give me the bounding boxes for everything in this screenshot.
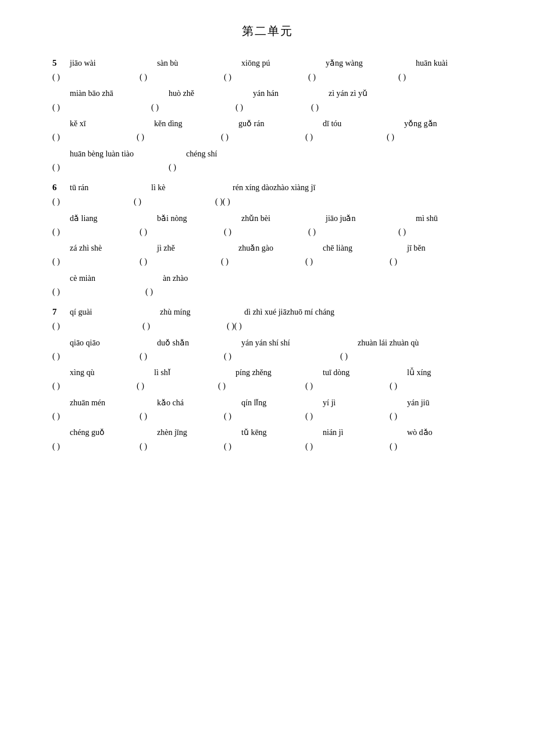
pinyin-item: zhuàn lái zhuàn qù	[358, 336, 474, 350]
pinyin-item: àn zhào	[163, 271, 250, 286]
pinyin-line: 6tū ránlì kèrén xíng dàozhào xiàng jī	[35, 180, 500, 195]
paren-item: ( )	[224, 410, 305, 423]
group: huān bèng luàn tiàochéng shí( )( )	[35, 147, 500, 174]
pinyin-item: nián jì	[323, 425, 407, 440]
pinyin-item: zhǔn bèi	[241, 211, 326, 226]
paren-item: ( )	[52, 350, 140, 363]
pinyin-item: miàn bāo zhā	[70, 86, 169, 101]
pinyin-line: zá zhì shèjì zhězhuǎn gàochē liàngjī běn	[35, 241, 500, 255]
paren-item: ( )	[224, 71, 308, 84]
pinyin-line: huān bèng luàn tiàochéng shí	[35, 147, 500, 161]
paren-item: ( )	[305, 131, 387, 144]
group: dǎ liangbǎi nòngzhǔn bèijiāo juǎnmì shū(…	[35, 211, 500, 239]
pinyin-item: yán yán shí shí	[241, 336, 358, 350]
pinyin-item: zì yán zì yǔ	[329, 86, 445, 101]
pinyin-line: zhuān ménkǎo cháqín lǐngyí jìyán jiū	[35, 395, 500, 410]
pinyin-line: xìng qùlì shǐpíng zhěngtuī dònglǚ xíng	[35, 365, 500, 380]
pinyin-item: xìng qù	[70, 365, 154, 380]
pinyin-item: zhù míng	[160, 305, 244, 319]
paren-item: ( )	[137, 380, 218, 393]
paren-line: ( )( )( )( )	[35, 101, 500, 114]
paren-item: ( )	[398, 226, 468, 238]
pinyin-item: zhuān mén	[70, 395, 157, 410]
paren-item: ( )	[52, 195, 134, 208]
pinyin-item: duǒ shǎn	[157, 336, 241, 350]
group: zhuān ménkǎo cháqín lǐngyí jìyán jiū( )(…	[35, 395, 500, 423]
pinyin-item: zhuǎn gào	[238, 241, 323, 255]
paren-item: ( )	[390, 255, 462, 268]
group: 6tū ránlì kèrén xíng dàozhào xiàng jī( )…	[35, 180, 500, 208]
paren-item: ( )	[305, 410, 390, 423]
paren-item: ( )	[390, 380, 459, 393]
pinyin-item: cè miàn	[70, 271, 163, 286]
section-number: 5	[52, 55, 70, 71]
paren-line: ( )( )( )( )	[35, 350, 500, 363]
pinyin-item: qí guài	[70, 305, 160, 319]
pinyin-item: qín lǐng	[241, 395, 323, 410]
paren-item: ( )	[137, 131, 221, 144]
paren-item: ( )	[52, 161, 169, 174]
section-number: 7	[52, 304, 70, 320]
pinyin-item: mì shū	[416, 211, 486, 226]
pinyin-item: bǎi nòng	[157, 211, 241, 226]
paren-item: ( )	[234, 320, 339, 333]
pinyin-item: lì shǐ	[154, 365, 236, 380]
pinyin-item: kǎo chá	[157, 395, 241, 410]
pinyin-item: tuī dòng	[323, 365, 407, 380]
pinyin-item: tǔ kēng	[241, 425, 323, 440]
pinyin-item: dì zhì xué jiā	[244, 305, 287, 319]
pinyin-item: dī tóu	[323, 116, 404, 131]
paren-item: ( )	[140, 255, 221, 268]
paren-line: ( )( )( )( )( )	[35, 255, 500, 268]
pinyin-item: zá zhì shè	[70, 241, 157, 255]
pinyin-item: chéng shí	[186, 147, 273, 161]
group: 7qí guàizhù míngdì zhì xué jiāzhuō mí ch…	[35, 304, 500, 333]
group: 5jiāo wàisàn bùxiōng púyǎng wànghuān kuà…	[35, 55, 500, 84]
pinyin-item: huò zhě	[169, 86, 253, 101]
pinyin-item: yǒng gǎn	[404, 116, 474, 131]
paren-item: ( )	[218, 380, 305, 393]
paren-item: ( )	[224, 440, 305, 453]
main-content: 5jiāo wàisàn bùxiōng púyǎng wànghuān kuà…	[35, 55, 500, 453]
section-7: 7qí guàizhù míngdì zhì xué jiāzhuō mí ch…	[35, 304, 500, 453]
paren-line: ( )( )( )( )( )	[35, 131, 500, 144]
paren-item: ( )	[140, 226, 224, 238]
group: zá zhì shèjì zhězhuǎn gàochē liàngjī běn…	[35, 241, 500, 269]
paren-item: ( )	[52, 226, 140, 238]
pinyin-item: huān kuài	[416, 56, 486, 70]
paren-item: ( )	[390, 440, 459, 453]
paren-item: ( )	[151, 101, 236, 114]
paren-item: ( )	[311, 101, 427, 114]
paren-item: ( )	[224, 350, 340, 363]
paren-item: ( )	[52, 71, 140, 84]
paren-line: ( )( )( )( )( )	[35, 440, 500, 453]
paren-item: ( )	[305, 380, 390, 393]
paren-item: ( )	[308, 71, 398, 84]
pinyin-item: wò dǎo	[407, 425, 477, 440]
paren-item: ( )	[227, 320, 234, 333]
group: kě xīkěn dìngguǒ rándī tóuyǒng gǎn( )( )…	[35, 116, 500, 144]
pinyin-item: xiōng pú	[241, 56, 326, 70]
paren-item: ( )	[52, 131, 137, 144]
pinyin-line: chéng guǒzhèn jīngtǔ kēngnián jìwò dǎo	[35, 425, 500, 440]
paren-line: ( )( )( )( )( )	[35, 380, 500, 393]
pinyin-item: chéng guǒ	[70, 425, 157, 440]
pinyin-line: cè miànàn zhào	[35, 271, 500, 286]
pinyin-item: lì kè	[151, 180, 233, 195]
paren-item: ( )	[224, 226, 308, 238]
pinyin-item: zhào xiàng jī	[273, 180, 378, 195]
pinyin-item: píng zhěng	[236, 365, 323, 380]
paren-item: ( )	[52, 286, 145, 298]
pinyin-item: guǒ rán	[238, 116, 323, 131]
pinyin-line: 7qí guàizhù míngdì zhì xué jiāzhuō mí ch…	[35, 304, 500, 320]
paren-line: ( )( )	[35, 161, 500, 174]
paren-item: ( )	[308, 226, 398, 238]
paren-item: ( )	[221, 131, 305, 144]
pinyin-item: dǎ liang	[70, 211, 157, 226]
section-number: 6	[52, 180, 70, 195]
pinyin-item: chē liàng	[323, 241, 407, 255]
pinyin-line: dǎ liangbǎi nòngzhǔn bèijiāo juǎnmì shū	[35, 211, 500, 226]
pinyin-item: yǎng wàng	[326, 56, 416, 70]
pinyin-item: sàn bù	[157, 56, 241, 70]
pinyin-item: huān bèng luàn tiào	[70, 147, 186, 161]
